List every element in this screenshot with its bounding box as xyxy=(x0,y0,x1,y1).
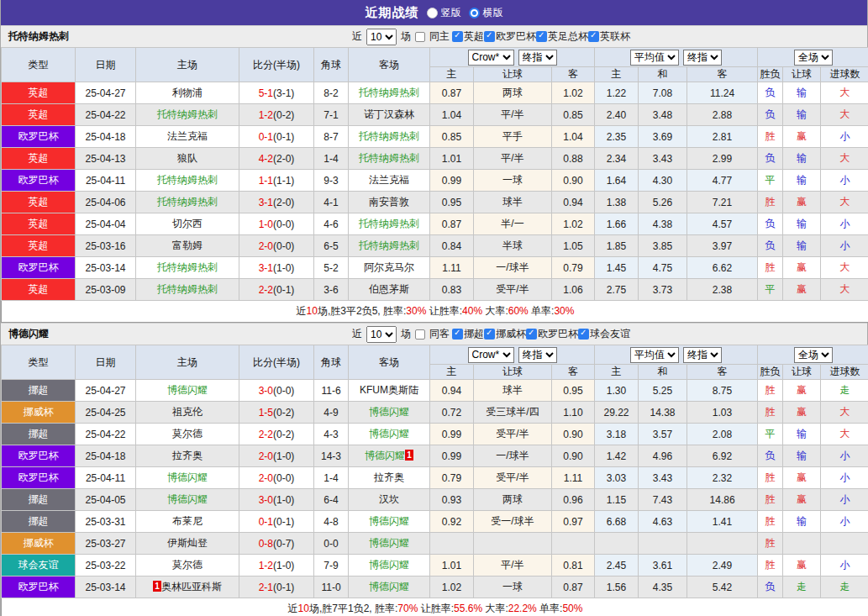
home-team-cell[interactable]: 利物浦 xyxy=(136,82,239,104)
away-team-cell[interactable]: 法兰克福 xyxy=(349,170,430,192)
team-section: 博德闪耀 近 10 场 同客 挪超 挪威杯 欧罗巴杯 球会友谊 xyxy=(1,323,867,616)
final-odds-select-2[interactable]: 终指 xyxy=(683,50,722,66)
home-team-cell[interactable]: 博德闪耀 xyxy=(136,467,239,489)
away-team-cell[interactable]: 拉齐奥 xyxy=(349,467,430,489)
handicap-result-cell: 输 xyxy=(783,148,821,170)
odds-source-select[interactable]: Crow* xyxy=(468,347,514,363)
home-team-cell[interactable]: 1奥林匹亚科斯 xyxy=(136,577,239,598)
league-checkbox-icon xyxy=(526,329,537,340)
date-cell: 25-03-27 xyxy=(76,533,136,555)
home-team-cell[interactable]: 托特纳姆热刺 xyxy=(136,192,239,213)
final-odds-select-2[interactable]: 终指 xyxy=(683,347,722,363)
home-team-cell[interactable]: 拉齐奥 xyxy=(136,445,239,467)
away-team-cell[interactable]: 博德闪耀 xyxy=(349,533,430,555)
score-cell: 2-2(0-2) xyxy=(239,424,314,445)
date-cell: 25-04-18 xyxy=(76,445,136,467)
home-team-cell[interactable]: 切尔西 xyxy=(136,213,239,235)
home-odds-cell xyxy=(430,533,474,555)
league-filter[interactable]: 挪超 xyxy=(452,327,484,341)
avg-draw-cell: 4.96 xyxy=(639,445,687,467)
league-badge: 挪威杯 xyxy=(2,402,76,424)
layout-option-vertical[interactable]: 竖版 xyxy=(427,6,461,20)
match-count-select[interactable]: 10 xyxy=(366,29,397,45)
match-row: 欧罗巴杯 25-03-14 托特纳姆热刺 3-1(1-0) 5-2 阿尔克马尔 … xyxy=(2,257,868,279)
home-team-cell[interactable]: 博德闪耀 xyxy=(136,380,239,402)
matches-label: 场 xyxy=(401,29,411,44)
corner-cell: 7-9 xyxy=(314,555,349,577)
home-team-cell[interactable]: 莫尔德 xyxy=(136,424,239,445)
away-team-cell[interactable]: 博德闪耀 xyxy=(349,424,430,445)
full-match-select[interactable]: 全场 xyxy=(794,347,833,363)
away-team-cell[interactable]: 南安普敦 xyxy=(349,192,430,213)
date-cell: 25-04-22 xyxy=(76,104,136,126)
sub-header-avg-away: 客 xyxy=(687,67,758,82)
away-odds-cell: 0.96 xyxy=(552,489,595,511)
same-venue-checkbox[interactable] xyxy=(415,32,425,42)
near-label: 近 xyxy=(352,327,362,341)
league-filter[interactable]: 欧罗巴杯 xyxy=(484,29,536,44)
layout-option-horizontal[interactable]: 横版 xyxy=(469,6,503,20)
away-team-cell[interactable]: 托特纳姆热刺 xyxy=(349,235,430,257)
league-filter[interactable]: 球会友谊 xyxy=(578,327,630,341)
home-team-cell[interactable]: 托特纳姆热刺 xyxy=(136,170,239,192)
same-venue-label: 同主 xyxy=(429,29,450,44)
away-team-cell[interactable]: 托特纳姆热刺 xyxy=(349,148,430,170)
home-odds-cell: 0.95 xyxy=(430,192,474,213)
corner-cell: 3-6 xyxy=(314,279,349,301)
home-team-cell[interactable]: 祖克伦 xyxy=(136,402,239,424)
home-team-cell[interactable]: 博德闪耀 xyxy=(136,489,239,511)
winloss-result-cell: 平 xyxy=(758,424,783,445)
full-match-select[interactable]: 全场 xyxy=(794,50,833,66)
home-odds-cell: 1.01 xyxy=(430,148,474,170)
winloss-result-cell: 胜 xyxy=(758,192,783,213)
average-select[interactable]: 平均值 xyxy=(630,347,679,363)
final-odds-select[interactable]: 终指 xyxy=(518,347,557,363)
avg-away-cell: 6.92 xyxy=(687,445,758,467)
home-team-cell[interactable]: 托特纳姆热刺 xyxy=(136,104,239,126)
final-odds-select[interactable]: 终指 xyxy=(518,50,557,66)
league-filter[interactable]: 英联杯 xyxy=(588,29,630,44)
avg-away-cell: 8.75 xyxy=(687,380,758,402)
away-team-cell[interactable]: 博德闪耀 xyxy=(349,577,430,598)
handicap-result-cell: 赢 xyxy=(783,192,821,213)
winloss-result-cell: 胜 xyxy=(758,511,783,533)
league-filter[interactable]: 挪威杯 xyxy=(484,327,526,341)
league-filter[interactable]: 英超 xyxy=(452,29,484,44)
results-table: 类型 日期 主场 比分(半场) 角球 客场 Crow* 终指 平均值 xyxy=(1,47,868,323)
winloss-result-cell: 胜 xyxy=(758,533,783,555)
avg-draw-cell xyxy=(639,533,687,555)
away-team-cell[interactable]: 博德闪耀 xyxy=(349,511,430,533)
away-team-cell[interactable]: 托特纳姆热刺 xyxy=(349,213,430,235)
home-team-cell[interactable]: 富勒姆 xyxy=(136,235,239,257)
home-team-cell[interactable]: 法兰克福 xyxy=(136,126,239,148)
home-team-cell[interactable]: 莫尔德 xyxy=(136,555,239,577)
home-team-cell[interactable]: 狼队 xyxy=(136,148,239,170)
away-team-cell[interactable]: 阿尔克马尔 xyxy=(349,257,430,279)
away-team-cell[interactable]: 博德闪耀 xyxy=(349,402,430,424)
home-odds-cell: 0.84 xyxy=(430,235,474,257)
league-filter[interactable]: 英足总杯 xyxy=(536,29,588,44)
avg-draw-cell: 3.69 xyxy=(639,126,687,148)
home-team-cell[interactable]: 托特纳姆热刺 xyxy=(136,257,239,279)
home-team-cell[interactable]: 伊斯灿登 xyxy=(136,533,239,555)
col-header-home: 主场 xyxy=(136,48,239,82)
match-row: 欧罗巴杯 25-04-11 博德闪耀 2-0(0-0) 1-4 拉齐奥 0.79… xyxy=(2,467,868,489)
home-team-cell[interactable]: 托特纳姆热刺 xyxy=(136,279,239,301)
away-team-cell[interactable]: 诺丁汉森林 xyxy=(349,104,430,126)
home-team-cell[interactable]: 布莱尼 xyxy=(136,511,239,533)
away-team-cell[interactable]: 托特纳姆热刺 xyxy=(349,82,430,104)
away-team-cell[interactable]: KFUM奥斯陆 xyxy=(349,380,430,402)
same-venue-checkbox[interactable] xyxy=(415,329,425,340)
odds-source-group: Crow* 终指 xyxy=(430,345,595,365)
average-select[interactable]: 平均值 xyxy=(630,50,679,66)
away-team-cell[interactable]: 博德闪耀 xyxy=(349,555,430,577)
away-team-cell[interactable]: 伯恩茅斯 xyxy=(349,279,430,301)
odds-source-select[interactable]: Crow* xyxy=(468,50,514,66)
away-team-cell[interactable]: 托特纳姆热刺 xyxy=(349,126,430,148)
away-team-cell[interactable]: 博德闪耀1 xyxy=(349,445,430,467)
away-team-cell[interactable]: 汉坎 xyxy=(349,489,430,511)
date-cell: 25-03-16 xyxy=(76,235,136,257)
near-label: 近 xyxy=(352,29,362,44)
match-count-select[interactable]: 10 xyxy=(366,326,397,343)
league-filter[interactable]: 欧罗巴杯 xyxy=(526,327,578,341)
